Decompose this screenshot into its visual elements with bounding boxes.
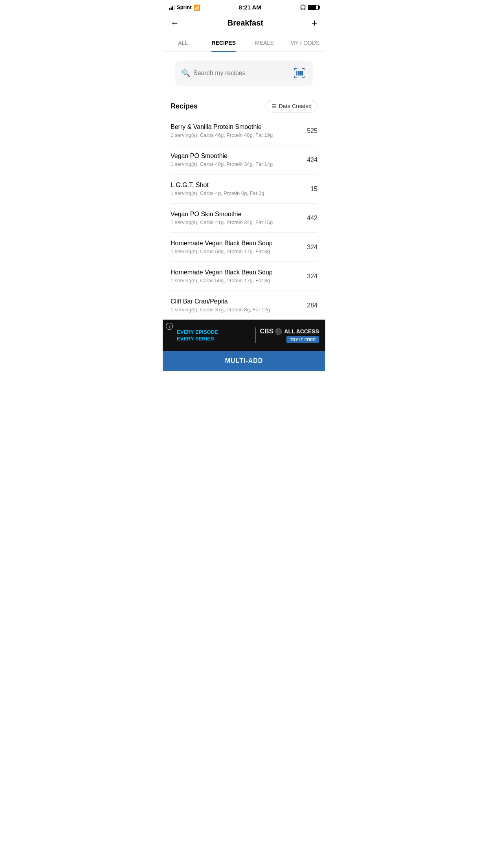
recipe-details: 1 serving(s), Carbs 37g, Protein 8g, Fat… [171,307,303,313]
recipe-info: Homemade Vegan Black Bean Soup 1 serving… [171,269,303,283]
svg-rect-1 [294,68,295,70]
ad-divider [255,327,256,343]
status-left: Sprint 📶 [169,4,200,11]
list-item[interactable]: Vegan PO Smoothie 1 serving(s), Carbs 40… [171,145,317,175]
status-right: 🎧 [300,4,319,10]
recipe-name: Vegan PO Smoothie [171,153,303,160]
svg-rect-13 [301,71,302,75]
recipe-name: Berry & Vanilla Protein Smoothie [171,123,303,131]
recipe-info: Cliff Bar Cran/Pepita 1 serving(s), Carb… [171,298,303,313]
list-item[interactable]: Homemade Vegan Black Bean Soup 1 serving… [171,233,317,262]
recipe-calories: 284 [307,302,317,309]
tab-all[interactable]: ALL [163,34,204,51]
ad-info-icon: i [166,323,173,330]
recipe-calories: 424 [307,156,317,164]
recipe-calories: 525 [307,127,317,134]
ad-line1: EVERY EPISODE [177,329,251,336]
list-item[interactable]: Berry & Vanilla Protein Smoothie 1 servi… [171,116,317,145]
cbs-logo: CBS [260,328,273,335]
recipe-details: 1 serving(s), Carbs 40g, Protein 34g, Fa… [171,161,303,167]
recipe-calories: 15 [310,186,317,193]
status-bar: Sprint 📶 8:21 AM 🎧 [163,0,325,13]
cbs-eye-icon: ⚫ [275,328,283,335]
recipe-details: 1 serving(s), Carbs 4g, Protein 0g, Fat … [171,190,306,196]
list-item[interactable]: L.G.G.T. Shot 1 serving(s), Carbs 4g, Pr… [171,175,317,204]
tabs-bar: ALL RECIPES MEALS MY FOODS [163,34,325,52]
list-item[interactable]: Homemade Vegan Black Bean Soup 1 serving… [171,262,317,291]
status-time: 8:21 AM [239,4,261,11]
page-title: Breakfast [227,18,263,28]
carrier-name: Sprint [177,4,192,10]
wifi-icon: 📶 [194,4,200,11]
recipe-details: 1 serving(s), Carbs 41g, Protein 34g, Fa… [171,219,303,225]
list-item[interactable]: Vegan PO Skin Smoothie 1 serving(s), Car… [171,204,317,233]
search-input-wrapper: 🔍 [182,69,288,77]
svg-rect-12 [300,71,301,75]
search-input[interactable] [193,70,288,77]
tab-my-foods[interactable]: MY FOODS [285,34,326,51]
svg-rect-8 [296,71,297,75]
recipe-info: L.G.G.T. Shot 1 serving(s), Carbs 4g, Pr… [171,182,306,196]
recipe-details: 1 serving(s), Carbs 59g, Protein 17g, Fa… [171,248,303,254]
add-button[interactable]: + [312,17,317,29]
barcode-scan-button[interactable] [292,66,306,80]
recipe-info: Vegan PO Skin Smoothie 1 serving(s), Car… [171,211,303,225]
ad-line2: EVERY SERIES [177,336,251,342]
recipes-section-title: Recipes [171,102,198,110]
svg-rect-11 [299,71,300,75]
signal-bars [169,5,175,10]
svg-rect-14 [302,71,303,75]
svg-rect-5 [294,76,295,78]
filter-icon: ☰ [272,103,277,109]
tab-meals[interactable]: MEALS [244,34,285,51]
sort-button[interactable]: ☰ Date Created [266,100,317,112]
recipe-info: Homemade Vegan Black Bean Soup 1 serving… [171,240,303,254]
recipe-calories: 324 [307,244,317,251]
multi-add-label: MULTI-ADD [225,357,263,364]
battery-icon [308,5,319,10]
headphone-icon: 🎧 [300,4,306,10]
recipe-calories: 442 [307,215,317,222]
ad-cbs-block: CBS ⚫ ALL ACCESS TRY IT FREE [260,328,319,343]
search-icon: 🔍 [182,69,190,77]
svg-rect-7 [304,76,305,78]
search-bar: 🔍 [175,61,313,86]
recipe-name: Homemade Vegan Black Bean Soup [171,240,303,247]
svg-rect-9 [297,71,297,75]
list-item[interactable]: Cliff Bar Cran/Pepita 1 serving(s), Carb… [171,291,317,320]
multi-add-bar[interactable]: MULTI-ADD [163,351,325,371]
all-access-label: ALL ACCESS [284,328,319,335]
ad-try-free: TRY IT FREE [286,336,319,343]
header: ← Breakfast + [163,13,325,34]
back-button[interactable]: ← [171,18,179,28]
recipe-calories: 324 [307,273,317,280]
ad-banner[interactable]: i EVERY EPISODE EVERY SERIES CBS ⚫ ALL A… [163,320,325,351]
recipes-section-header: Recipes ☰ Date Created [163,94,325,116]
recipe-info: Vegan PO Smoothie 1 serving(s), Carbs 40… [171,153,303,167]
recipe-name: Cliff Bar Cran/Pepita [171,298,303,305]
recipe-details: 1 serving(s), Carbs 59g, Protein 17g, Fa… [171,278,303,283]
tab-recipes[interactable]: RECIPES [204,34,244,51]
recipe-name: Vegan PO Skin Smoothie [171,211,303,218]
recipe-details: 1 serving(s), Carbs 46g, Protein 40g, Fa… [171,132,303,138]
svg-rect-3 [304,68,305,70]
recipe-name: L.G.G.T. Shot [171,182,306,189]
recipe-list: Berry & Vanilla Protein Smoothie 1 servi… [163,116,325,320]
svg-rect-10 [298,71,299,75]
ad-text-block: EVERY EPISODE EVERY SERIES [177,329,251,342]
recipe-info: Berry & Vanilla Protein Smoothie 1 servi… [171,123,303,138]
recipe-name: Homemade Vegan Black Bean Soup [171,269,303,276]
sort-label: Date Created [279,103,312,109]
